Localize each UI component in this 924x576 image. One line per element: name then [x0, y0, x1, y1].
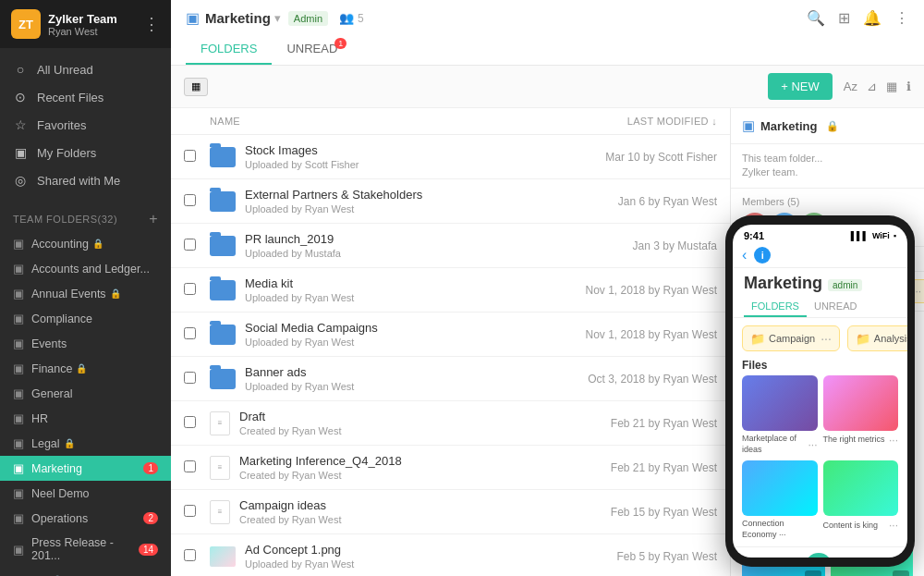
phone-file-card[interactable]: The right metrics ···	[823, 375, 899, 455]
chip-dots-icon[interactable]: ···	[821, 331, 832, 346]
sidebar-item-marketing[interactable]: ▣ Marketing 1	[0, 456, 171, 481]
signal-icon: ▌▌▌	[851, 231, 869, 240]
nav-all-unread[interactable]: ○ All Unread	[0, 55, 171, 83]
tab-unread[interactable]: UNREAD 1	[272, 34, 352, 65]
sidebar-item-general[interactable]: ▣ General	[0, 381, 171, 406]
nav-my-folders[interactable]: ▣ My Folders	[0, 139, 171, 166]
more-icon[interactable]: ···	[893, 570, 909, 576]
file-modified: Oct 3, 2018 by Ryan West	[532, 373, 717, 386]
phone-status-bar: 9:41 ▌▌▌ WiFi ▪	[733, 225, 907, 243]
sidebar-item-events[interactable]: ▣ Events	[0, 331, 171, 356]
filter-icon[interactable]: ⊿	[867, 80, 877, 93]
folder-thumb	[210, 191, 236, 212]
folder-icon: ▣	[13, 262, 24, 276]
row-checkbox[interactable]	[184, 239, 196, 251]
row-checkbox[interactable]	[184, 283, 196, 295]
row-checkbox[interactable]	[184, 549, 196, 561]
nav-favorites[interactable]: ☆ Favorites	[0, 111, 171, 139]
search-icon[interactable]: 🔍	[807, 9, 825, 27]
row-checkbox[interactable]	[184, 505, 196, 517]
table-row[interactable]: Ad Concept 1.png Uploaded by Ryan West F…	[171, 534, 730, 576]
sidebar-item-operations[interactable]: ▣ Operations 2	[0, 506, 171, 531]
sidebar-item-label: Legal	[31, 437, 60, 450]
phone-file-dots[interactable]: ···	[889, 434, 898, 447]
table-row[interactable]: Stock Images Uploaded by Scott Fisher Ma…	[171, 135, 730, 179]
info-icon[interactable]: ℹ	[906, 80, 911, 93]
folder-icon: ▣	[13, 411, 24, 425]
chevron-down-icon[interactable]: ▾	[274, 11, 281, 25]
phone-file-thumb	[823, 375, 899, 431]
phone-file-name-row: Marketplace of ideas ···	[742, 434, 818, 455]
sidebar-more-icon[interactable]: ⋮	[143, 14, 160, 34]
phone-file-dots[interactable]: ···	[889, 519, 898, 532]
file-info: Social Media Campaigns Uploaded by Ryan …	[245, 321, 532, 348]
more-icon[interactable]: ⋮	[894, 9, 909, 27]
table-row[interactable]: Media kit Uploaded by Ryan West Nov 1, 2…	[171, 268, 730, 313]
row-checkbox[interactable]	[184, 327, 196, 339]
folder-thumb	[210, 325, 236, 345]
row-checkbox[interactable]	[184, 372, 196, 384]
phone-info-button[interactable]: i	[754, 247, 771, 263]
sidebar-item-compliance[interactable]: ▣ Compliance	[0, 306, 171, 331]
grid-view-icon[interactable]: ▦	[184, 78, 208, 96]
add-team-folder-button[interactable]: +	[149, 211, 158, 227]
table-row[interactable]: Social Media Campaigns Uploaded by Ryan …	[171, 313, 730, 357]
sidebar-item-accounts[interactable]: ▣ Accounts and Ledger...	[0, 256, 171, 281]
sidebar-item-annual[interactable]: ▣ Annual Events 🔒	[0, 281, 171, 306]
nav-shared[interactable]: ◎ Shared with Me	[0, 166, 171, 194]
file-info: PR launch_2019 Uploaded by Mustafa	[245, 232, 532, 259]
sidebar-item-accounting[interactable]: ▣ Accounting 🔒	[0, 231, 171, 256]
sidebar-item-qa[interactable]: ▣ QA 🔒	[0, 568, 171, 576]
row-checkbox[interactable]	[184, 150, 196, 162]
phone-file-card[interactable]: Marketplace of ideas ···	[742, 375, 818, 455]
phone-folder-chip-campaign[interactable]: 📁 Campaign ···	[742, 325, 840, 351]
sidebar-nav: ○ All Unread ⊙ Recent Files ☆ Favorites …	[0, 48, 171, 202]
sort-icon[interactable]: Az	[844, 80, 857, 93]
view-toggle-icon[interactable]: ▦	[886, 80, 897, 93]
file-name: Campaign ideas	[239, 498, 532, 512]
doc-thumb: ≡	[210, 456, 230, 480]
file-sub: Uploaded by Ryan West	[245, 292, 532, 303]
file-name: Social Media Campaigns	[245, 321, 532, 335]
recent-files-icon: ⊙	[13, 90, 28, 104]
grid-apps-icon[interactable]: ⊞	[838, 9, 850, 27]
table-row[interactable]: ≡ Draft Created by Ryan West Feb 21 by R…	[171, 401, 730, 446]
table-row[interactable]: External Partners & Stakeholders Uploade…	[171, 179, 730, 224]
table-row[interactable]: ≡ Marketing Inference_Q4_2018 Created by…	[171, 446, 730, 490]
phone-file-card[interactable]: Content is king ···	[823, 460, 899, 540]
row-checkbox[interactable]	[184, 460, 196, 472]
new-button[interactable]: + NEW	[768, 73, 833, 100]
table-row[interactable]: Banner ads Uploaded by Ryan West Oct 3, …	[171, 357, 730, 401]
nav-recent-files[interactable]: ⊙ Recent Files	[0, 83, 171, 111]
phone-folder-chip-analysis[interactable]: 📁 Analysis ···	[847, 325, 907, 351]
sidebar-item-press-release[interactable]: ▣ Press Release - 201... 14	[0, 531, 171, 568]
team-info: Zylker Team Ryan West	[48, 12, 117, 37]
row-checkbox[interactable]	[184, 194, 196, 206]
team-folders-label: TEAM FOLDERS(32)	[13, 214, 117, 225]
folder-thumb	[210, 236, 236, 256]
phone-file-dots[interactable]: ···	[808, 438, 817, 451]
file-modified: Feb 21 by Ryan West	[532, 417, 717, 430]
row-checkbox[interactable]	[184, 416, 196, 428]
phone-status-icons: ▌▌▌ WiFi ▪	[851, 231, 896, 240]
file-modified: Feb 21 by Ryan West	[532, 461, 717, 474]
table-row[interactable]: ≡ Campaign ideas Created by Ryan West Fe…	[171, 490, 730, 534]
member-count: 5	[358, 12, 364, 25]
favorites-icon: ☆	[13, 117, 28, 132]
bell-icon[interactable]: 🔔	[863, 9, 881, 27]
sidebar-item-legal[interactable]: ▣ Legal 🔒	[0, 431, 171, 456]
phone-tab-folders[interactable]: FOLDERS	[744, 297, 807, 317]
content-toolbar: ▦ + NEW Az ⊿ ▦ ℹ	[171, 66, 924, 108]
more-icon[interactable]: ···	[805, 570, 821, 576]
tab-folders[interactable]: FOLDERS	[186, 34, 272, 65]
phone-files-label: Files	[733, 355, 907, 375]
table-row[interactable]: PR launch_2019 Uploaded by Mustafa Jan 3…	[171, 224, 730, 268]
phone-back-button[interactable]: ‹	[742, 247, 747, 263]
sidebar-item-neel-demo[interactable]: ▣ Neel Demo	[0, 481, 171, 506]
phone-file-card[interactable]: Connection Economy ···	[742, 460, 818, 540]
sidebar-item-hr[interactable]: ▣ HR	[0, 406, 171, 431]
phone-add-button[interactable]: +	[805, 553, 833, 558]
file-sub: Uploaded by Ryan West	[245, 203, 532, 214]
sidebar-item-finance[interactable]: ▣ Finance 🔒	[0, 356, 171, 381]
phone-tab-unread[interactable]: UNREAD	[807, 297, 864, 317]
